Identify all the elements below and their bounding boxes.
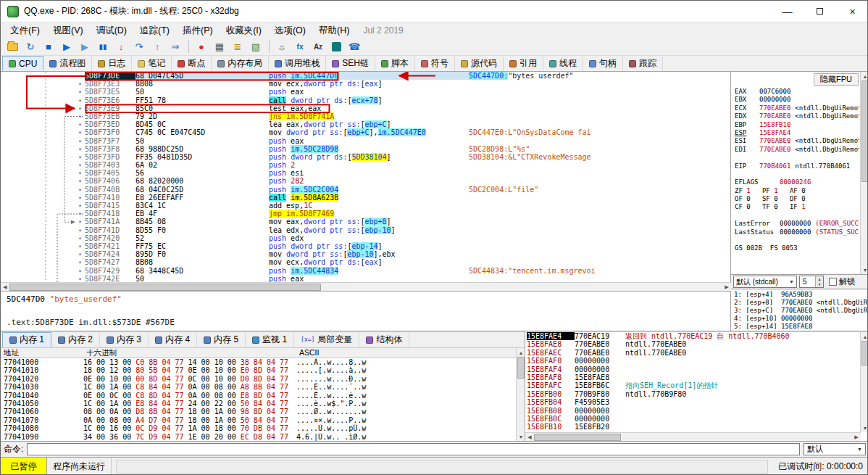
disasm-bytes[interactable]: 50	[135, 137, 269, 145]
disasm-address[interactable]: 5D8F7420	[85, 234, 135, 242]
dump-byte-group[interactable]: 0A 00 08 00	[188, 392, 236, 400]
dump-hex-bytes[interactable]: 16 00 13 00 C0 8B 04 77 14 00 10 00 38 8…	[83, 358, 296, 366]
tab-内存-4[interactable]: 内存 4	[149, 332, 197, 347]
disasm-comment[interactable]	[469, 242, 730, 250]
dump-address[interactable]: 77041070	[4, 416, 83, 424]
restart-icon[interactable]: ↻	[22, 39, 39, 54]
register-row-EIP[interactable]: EIP770B4061ntdll.770B4061	[735, 162, 859, 170]
disasm-address[interactable]: 5D8F7421	[85, 242, 135, 250]
disassembly-hscrollbar[interactable]: ◀ ▶	[1, 282, 731, 291]
register-row-EDX[interactable]: EDX770EABE0<ntdll.DbgUiRemoteBreakin>	[735, 112, 859, 120]
dump-ascii[interactable]: .....[.w....à..w	[296, 366, 525, 374]
dump-row[interactable]: 770410301C 00 1A 00 C8 84 04 77 0A 00 08…	[1, 383, 525, 391]
disasm-comment[interactable]: 5DD38104:&L"CTXRevokeMessage	[469, 153, 730, 161]
register-value[interactable]: 770EABE0	[759, 104, 790, 112]
stack-address[interactable]: 15E8FAF8	[527, 373, 575, 381]
dump-byte-group[interactable]: 18 00 1A 00	[188, 416, 236, 424]
dump-byte-group[interactable]: E8 84 04 77	[135, 400, 183, 408]
register-value[interactable]: 770EABE0	[759, 112, 790, 120]
stack-row[interactable]: 15E8FB1015E8FB20	[525, 423, 868, 431]
breakpoint-dot[interactable]: ●	[79, 104, 81, 112]
disasm-address[interactable]: 5D8F73ED	[85, 120, 135, 128]
dump-byte-group[interactable]: 1A 00 18 00	[188, 424, 236, 432]
menu-item-5[interactable]: 收藏夹(I)	[220, 23, 268, 38]
register-row-ESP[interactable]: ESP15E8FAE4	[735, 129, 859, 137]
register-value[interactable]: 15E8FAE4	[759, 129, 790, 137]
disasm-bytes[interactable]: 68 D047C45D	[135, 72, 269, 80]
run-icon[interactable]: ▶	[58, 39, 75, 54]
register-value[interactable]: 15E8FB10	[759, 121, 790, 129]
disasm-row[interactable]: ●5D8F740556push esi	[1, 169, 730, 177]
disasm-address[interactable]: 5D8F73E5	[85, 88, 135, 96]
disasm-comment[interactable]	[469, 161, 730, 169]
breakpoint-dot[interactable]: ●	[79, 186, 81, 194]
dump-byte-group[interactable]: 1C 00 16 00	[83, 424, 131, 432]
stack-value[interactable]: 00000000	[575, 357, 625, 365]
dump-hex-bytes[interactable]: 08 00 0A 00 D8 8B 04 77 18 00 1A 00 98 8…	[83, 408, 296, 416]
breakpoint-dot[interactable]: ●	[79, 210, 81, 218]
tab-seh-chain[interactable]: SEH链	[326, 56, 375, 71]
tab-references[interactable]: 引用	[504, 56, 543, 71]
disasm-bytes[interactable]: 68 04C0C25D	[135, 186, 269, 194]
call-argument-row[interactable]: 4: [esp+10] 00000000	[734, 315, 868, 323]
dump-row[interactable]: 7704100016 00 13 00 C0 8B 04 77 14 00 10…	[1, 358, 525, 366]
stack-panel[interactable]: 15E8FAE4770EAC19返回到 ntdll.770EAC19 自 ntd…	[525, 332, 868, 441]
dump-hex-bytes[interactable]: 1C 00 16 00 0C D9 04 77 1A 00 18 00 70 D…	[83, 424, 296, 432]
dump-byte-group[interactable]: 1C 00 1A 00	[83, 400, 131, 408]
tab-内存-2[interactable]: 内存 2	[51, 332, 100, 347]
disasm-row[interactable]: ●5D8F7421FF75 ECpush dword ptr ss:[ebp-1…	[1, 242, 730, 250]
dump-address[interactable]: 77041080	[4, 424, 83, 432]
stack-value[interactable]: 15E8FAE8	[575, 373, 625, 381]
disasm-address[interactable]: 5D8F7424	[85, 250, 135, 258]
disasm-instruction[interactable]: push esi	[269, 169, 469, 177]
disasm-row[interactable]: ●5D8F73EB79 2Djns im.5D8F741A	[1, 112, 730, 120]
stack-address[interactable]: 15E8FAE4	[527, 332, 575, 340]
disasm-address[interactable]: 5D8F7429	[85, 267, 135, 275]
dump-byte-group[interactable]: E8 8D 04 77	[241, 392, 288, 400]
disasm-row[interactable]: ●5D8F741D8D55 F0lea edx,dword ptr ss:[eb…	[1, 226, 730, 234]
flags-row[interactable]: OF 0 SF 0 DF 0	[735, 195, 859, 203]
breakpoint-dot[interactable]: ●	[79, 120, 81, 128]
disasm-instruction[interactable]: push 2	[269, 161, 469, 169]
stack-value[interactable]: 00000000	[575, 415, 625, 423]
disasm-bytes[interactable]: FF75 EC	[135, 242, 269, 250]
breakpoint-dot[interactable]: ●	[79, 226, 81, 234]
call-argument-row[interactable]: 1: [esp+4] 96A59BB3	[734, 291, 868, 299]
settings-icon[interactable]: ☼	[273, 39, 291, 54]
dump-row[interactable]: 770410700A 00 08 00 A4 D7 04 77 18 00 1A…	[1, 416, 525, 424]
disasm-comment[interactable]	[469, 80, 730, 88]
dump-ascii[interactable]: ....È..w....è..w	[296, 392, 525, 400]
disasm-address[interactable]: 5D8F740B	[85, 186, 135, 194]
register-row-LastError[interactable]: LastError00000000(ERROR_SUCCESS)	[735, 220, 859, 228]
disasm-instruction[interactable]: push dword ptr ss:[ebp-14]	[269, 242, 469, 250]
disasm-address[interactable]: 5D8F73E9	[85, 104, 135, 112]
dump-row[interactable]: 7704101018 00 12 00 80 5B 04 77 0E 00 10…	[1, 366, 525, 374]
scroll-thumb[interactable]	[861, 341, 868, 365]
dump-hex-bytes[interactable]: 34 00 36 00 7C D9 04 77 1E 00 20 00 EC D…	[83, 433, 296, 441]
disasm-row[interactable]: ●5D8F742052push edx	[1, 234, 730, 242]
dump-byte-group[interactable]: 0A 00 08 00	[83, 416, 131, 424]
breakpoint-dot[interactable]: ●	[79, 88, 81, 96]
dump-ascii[interactable]: ....è..w$.".P..w	[296, 400, 525, 408]
dump-ascii[interactable]: ....È..w....¨..w	[296, 383, 525, 391]
dump-byte-group[interactable]: 14 00 10 00	[188, 358, 236, 366]
disasm-bytes[interactable]: 8D55 F0	[135, 226, 269, 234]
stack-row[interactable]: 15E8FAFC15E8FB6C指向SEH_Record[1]的指针	[525, 381, 868, 389]
tab-局部变量[interactable]: [x=]局部变量	[294, 332, 359, 347]
register-value[interactable]: 770EABE0	[759, 146, 790, 154]
patches-icon[interactable]: ▧	[247, 39, 264, 54]
dump-hex-bytes[interactable]: 0A 00 08 00 A4 D7 04 77 18 00 1A 00 50 8…	[83, 416, 296, 424]
run-animate-icon[interactable]: ▶	[76, 39, 93, 54]
scroll-thumb[interactable]	[9, 284, 321, 291]
stop-icon[interactable]: ■	[40, 39, 57, 54]
dump-row[interactable]: 7704106008 00 0A 00 D8 8B 04 77 18 00 1A…	[1, 408, 525, 416]
tab-内存-3[interactable]: 内存 3	[100, 332, 149, 347]
disasm-comment[interactable]	[469, 104, 730, 112]
disasm-comment[interactable]: 5DC447D0:"bytes_userdef"	[469, 72, 730, 80]
scroll-right-icon[interactable]: ▶	[852, 433, 861, 441]
disasm-bytes[interactable]: 8D45 0C	[135, 120, 269, 128]
breakpoint-dot[interactable]: ●	[79, 153, 81, 161]
breakpoint-dot[interactable]: ●	[79, 194, 81, 202]
disasm-instruction[interactable]: jmp im.5D8F7469	[269, 210, 469, 218]
disasm-row[interactable]: ●5D8F7418EB 4Fjmp im.5D8F7469	[1, 210, 730, 218]
